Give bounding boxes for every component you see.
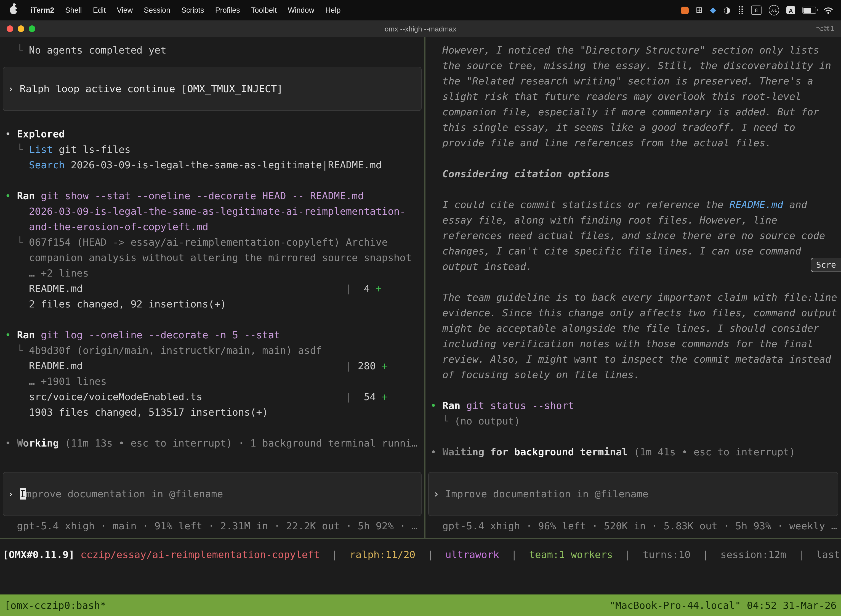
terminal-line: this single essay, it seems like a good … (425, 120, 841, 135)
menu-item-edit[interactable]: Edit (88, 6, 111, 14)
text-segment: 1903 files changed, 513517 insertions(+) (5, 406, 268, 418)
text-segment: › (8, 488, 20, 500)
screen-recording-icon[interactable] (681, 6, 689, 14)
text-segment: + (382, 360, 388, 371)
text-segment: cczip/essay/ai-reimplementation-copyleft (75, 549, 320, 560)
blank-line (0, 173, 424, 188)
text-segment: git show --stat --oneline --decorate HEA… (35, 190, 364, 201)
terminal-line: … +1901 lines (0, 374, 424, 389)
battery-percent-icon[interactable]: .61 (769, 5, 779, 15)
menu-item-session[interactable]: Session (138, 6, 176, 14)
text-segment: and-the-erosion-of-copyleft.md (5, 221, 208, 232)
text-segment: the "Related research writing" section i… (431, 75, 813, 87)
menu-item-window[interactable]: Window (282, 6, 320, 14)
text-segment: … +1901 lines (5, 375, 107, 387)
horizontal-pane-divider (0, 538, 841, 539)
text-segment: essay file, along with finding root file… (431, 214, 777, 226)
text-segment: this single essay, it seems like a good … (431, 122, 795, 133)
window-grid-icon[interactable]: ⊞ (696, 6, 703, 14)
text-segment: | (691, 549, 721, 560)
window-title-bar[interactable]: omx --xhigh --madmax ⌥⌘1 (0, 21, 841, 38)
text-segment: provide file and line references from th… (431, 137, 771, 148)
blank-line (425, 429, 841, 444)
text-segment: • (431, 400, 442, 411)
prompt-input[interactable]: › Improve documentation in @filename (428, 472, 838, 516)
terminal-line: review. Also, I might want to inspect th… (425, 352, 841, 367)
terminal-line: └ (no output) (425, 414, 841, 429)
right-pane-scrollback: However, I noticed the "Directory Struct… (425, 37, 841, 460)
text-segment: 4 (352, 283, 376, 294)
right-terminal-pane[interactable]: However, I noticed the "Directory Struct… (425, 37, 841, 538)
terminal-line: The team guideline is to back every impo… (425, 290, 841, 305)
menu-item-profiles[interactable]: Profiles (210, 6, 246, 14)
terminal-line: references need actual files, and since … (425, 228, 841, 243)
battery-icon[interactable] (802, 7, 816, 14)
text-segment: • (431, 446, 442, 458)
text-segment: README.md (730, 199, 783, 210)
tmux-host-clock: "MacBook-Pro-44.local" 04:52 31-Mar-26 (609, 600, 837, 611)
menu-item-scripts[interactable]: Scripts (176, 6, 210, 14)
wifi-icon[interactable] (823, 6, 833, 14)
terminal-line: [OMX#0.11.9] cczip/essay/ai-reimplementa… (0, 547, 841, 562)
terminal-line: › Improve documentation in @filename (431, 486, 835, 502)
terminal-line: › Ralph loop active continue [OMX_TMUX_I… (6, 81, 419, 97)
text-segment: README.md (5, 360, 83, 371)
terminal-line: └ List git ls-files (0, 142, 424, 157)
input-source-icon[interactable]: A (786, 6, 795, 14)
blank-line (425, 151, 841, 166)
text-segment: … +2 lines (5, 267, 89, 279)
text-segment: 2026-03-09-is-legal-the-same-as-legitima… (5, 205, 406, 217)
prompt-input[interactable]: › Improve documentation in @filename (3, 472, 422, 516)
contrast-circle-icon[interactable]: ◑ (724, 6, 731, 14)
ralph-loop-banner: › Ralph loop active continue [OMX_TMUX_I… (3, 67, 422, 111)
menu-item-help[interactable]: Help (320, 6, 346, 14)
text-segment: of focusing solely on file lines. (431, 369, 640, 380)
text-segment (202, 391, 346, 402)
text-segment: ultrawork (445, 549, 499, 560)
terminal-line: might be acceptable alongside the file l… (425, 321, 841, 336)
menu-item-view[interactable]: View (111, 6, 138, 14)
terminal-line: 2 files changed, 92 insertions(+) (0, 296, 424, 312)
text-segment: Search (29, 159, 65, 170)
terminal-line: the source tree, missing the essay. Stil… (425, 58, 841, 73)
text-segment: changes, I can't cite specific file line… (431, 245, 801, 257)
blank-line (425, 383, 841, 398)
text-segment: | (786, 549, 816, 560)
menu-item-iterm2[interactable]: iTerm2 (25, 6, 60, 14)
keycap-icon[interactable]: 8 (751, 6, 762, 15)
terminal-line: provide file and line references from th… (425, 135, 841, 151)
menu-item-toolbelt[interactable]: Toolbelt (246, 6, 282, 14)
terminal-line: • Waiting for background terminal (1m 41… (425, 444, 841, 460)
omx-status-line: [OMX#0.11.9] cczip/essay/ai-reimplementa… (0, 547, 841, 562)
text-segment: | (416, 549, 445, 560)
terminal-line: gpt-5.4 xhigh · 96% left · 520K in · 5.8… (425, 518, 841, 534)
terminal-line: Considering citation options (425, 166, 841, 182)
terminal-line: and-the-erosion-of-copyleft.md (0, 219, 424, 235)
text-segment: the source tree, missing the essay. Stil… (431, 60, 831, 71)
apple-menu-icon[interactable] (10, 6, 17, 14)
text-segment: git status --short (460, 400, 574, 411)
terminal-line: essay file, along with finding root file… (425, 213, 841, 228)
text-segment: + (376, 283, 382, 294)
text-segment: The team guideline is to back every impo… (431, 292, 837, 303)
raycast-icon[interactable]: ◆ (710, 6, 716, 14)
text-segment: 2 files changed, 92 insertions(+) (5, 298, 226, 309)
text-segment: › (8, 83, 20, 94)
text-segment: 067f154 (HEAD -> essay/ai-reimplementati… (29, 236, 388, 248)
text-segment: No agents completed yet (29, 44, 167, 56)
text-segment: Explored (17, 128, 64, 140)
terminal-line: the "Related research writing" section i… (425, 73, 841, 89)
text-segment: session:12m (721, 549, 786, 560)
text-segment: Ran (442, 400, 460, 411)
menu-bar: iTerm2 Shell Edit View Session Scripts P… (0, 0, 841, 21)
menu-item-shell[interactable]: Shell (60, 6, 88, 14)
tmux-session-label: [omx-cczip0:bash* (4, 600, 106, 611)
text-segment: └ (5, 44, 29, 56)
text-segment: • (5, 128, 17, 140)
terminal-line: • Working (11m 13s • esc to interrupt) ·… (0, 436, 424, 451)
text-segment: Working (17, 437, 59, 449)
text-segment (83, 360, 346, 371)
dots-grid-icon[interactable]: ⣿ (738, 6, 744, 14)
left-terminal-pane[interactable]: └ No agents completed yet› Ralph loop ac… (0, 37, 424, 538)
text-segment: and (783, 199, 807, 210)
